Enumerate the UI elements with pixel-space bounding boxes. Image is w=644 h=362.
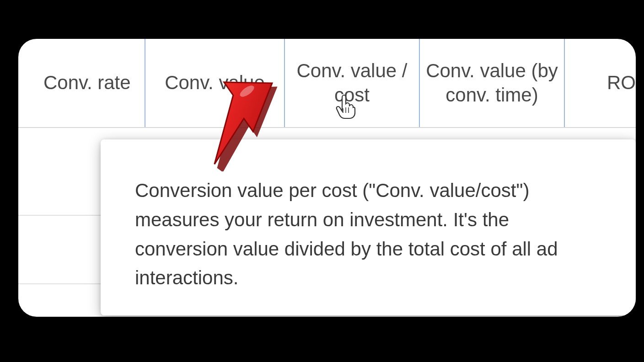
column-header-roas[interactable]: RO xyxy=(565,39,636,127)
column-label: Conv. value xyxy=(165,71,265,95)
tooltip-popover: Conversion value per cost ("Conv. value/… xyxy=(101,139,636,315)
column-label: Conv. value / cost xyxy=(290,59,414,107)
table-body: Conversion value per cost ("Conv. value/… xyxy=(18,128,636,317)
table-header-row: Conv. rate Conv. value Conv. value / cos… xyxy=(18,39,636,128)
column-header-conv-rate[interactable]: Conv. rate xyxy=(18,39,145,127)
row-divider xyxy=(18,215,101,216)
column-label: Conv. rate xyxy=(43,71,131,95)
column-header-conv-value-by-time[interactable]: Conv. value (by conv. time) xyxy=(420,39,565,127)
tooltip-text: Conversion value per cost ("Conv. value/… xyxy=(135,180,558,288)
column-label: Conv. value (by conv. time) xyxy=(424,59,559,107)
column-header-conv-value-cost[interactable]: Conv. value / cost xyxy=(285,39,420,127)
row-divider xyxy=(18,283,101,284)
column-label: RO xyxy=(607,71,636,95)
table-panel: Conv. rate Conv. value Conv. value / cos… xyxy=(18,39,636,317)
column-header-conv-value[interactable]: Conv. value xyxy=(145,39,285,127)
